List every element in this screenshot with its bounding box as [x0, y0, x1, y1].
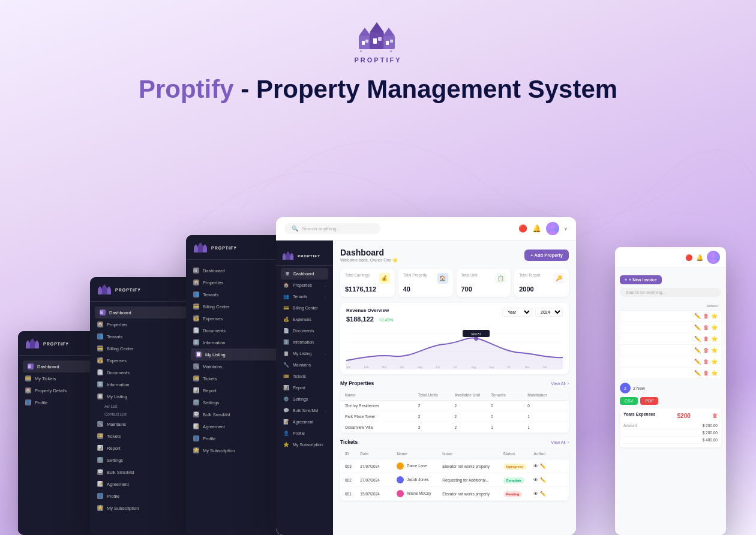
rp-notif-red-icon[interactable]: 🔴 — [685, 254, 692, 261]
sidebar-item-agreement-left[interactable]: 📝 Agreement — [90, 478, 201, 490]
csv-export-button[interactable]: CSV — [620, 397, 638, 405]
sidebar-item-tickets-cl[interactable]: 🎫 Tickets — [186, 372, 291, 384]
dash-nav-bulksms[interactable]: 💬Bulk Sms/Msl › — [276, 405, 333, 416]
sidebar-item-tickets-left[interactable]: 🎫 Tickets — [90, 430, 201, 442]
search-bar[interactable]: 🔍 Search anything... — [284, 223, 380, 234]
sidebar-item-properties-left[interactable]: 🏠 Properties › — [90, 318, 201, 330]
view-icon-0[interactable]: 👁 — [533, 464, 538, 469]
user-avatar[interactable] — [546, 222, 559, 235]
sidebar-item-mylisting-left[interactable]: 📋 My Listing ∨ — [90, 390, 201, 402]
star-icon-rp-1[interactable]: ⭐ — [711, 313, 718, 319]
edit-icon-rp-5[interactable]: ✏️ — [694, 359, 701, 365]
user-menu-chevron[interactable]: ∨ — [564, 226, 568, 232]
bell-icon[interactable]: 🔔 — [532, 224, 541, 233]
star-icon-rp-3[interactable]: ⭐ — [711, 336, 718, 342]
sidebar-item-report-cl[interactable]: 📊 Report — [186, 384, 291, 396]
sub-item-contactlist[interactable]: Contact List — [90, 410, 201, 418]
tickets-view-all-link[interactable]: View All › — [551, 440, 569, 444]
notification-bell-icon[interactable]: 🔴 — [518, 224, 527, 233]
dash-nav-properties[interactable]: 🏠Properties › — [276, 279, 333, 291]
dash-nav-mylisting[interactable]: 📋My Listing › — [276, 348, 333, 359]
delete-icon-rp-6[interactable]: 🗑 — [703, 370, 709, 376]
svg-rect-14 — [26, 343, 30, 348]
chart-year-select[interactable]: 2024 2023 — [535, 308, 563, 317]
sidebar-item-dashboard-left[interactable]: ⊞ Dashboard — [95, 306, 196, 318]
star-icon-rp-5[interactable]: ⭐ — [711, 359, 718, 365]
sidebar-item-bulksms-cl[interactable]: 💬 Bulk Sms/Msl › — [186, 408, 291, 420]
dash-nav-expenses[interactable]: 💰Expenses — [276, 314, 333, 325]
dash-nav-documents[interactable]: 📄Documents — [276, 325, 333, 336]
sidebar-item-subscription-left[interactable]: ⭐ My Subscription — [90, 502, 201, 514]
edit-icon-rp-3[interactable]: ✏️ — [694, 336, 701, 342]
edit-icon-0[interactable]: ✏️ — [540, 464, 546, 469]
sidebar-item-expenses-cl[interactable]: 💰 Expenses — [186, 312, 291, 324]
sidebar-item-documents-cl[interactable]: 📄 Documents — [186, 324, 291, 336]
sidebar-item-information-cl[interactable]: ℹ️ Information — [186, 336, 291, 348]
rp-search-bar[interactable]: Search for anything... — [620, 288, 721, 297]
star-icon-rp-2[interactable]: ⭐ — [711, 324, 718, 330]
dash-nav-tickets[interactable]: 🎫Tickets — [276, 371, 333, 382]
dash-nav-dashboard[interactable]: ⊞Dashboard — [281, 268, 328, 279]
sidebar-item-profile-cl[interactable]: 👤 Profile — [186, 432, 291, 444]
t-action-0[interactable]: 👁 ✏️ — [533, 464, 564, 469]
svg-marker-29 — [198, 242, 203, 245]
delete-icon-rp-3[interactable]: 🗑 — [703, 336, 709, 342]
dash-nav-agreement[interactable]: 📝Agreement — [276, 416, 333, 428]
sidebar-item-properties-cl[interactable]: 🏠 Properties › — [186, 276, 291, 288]
sidebar-item-tenants-left[interactable]: 👥 Tenants › — [90, 330, 201, 342]
sidebar-item-billing-cl[interactable]: 💳 Billing Center › — [186, 300, 291, 312]
edit-icon-rp-1[interactable]: ✏️ — [694, 313, 701, 319]
sidebar-item-profile-left[interactable]: 👤 Profile › — [90, 490, 201, 502]
sidebar-item-tenants-cl[interactable]: 👥 Tenants › — [186, 288, 291, 300]
sidebar-item-information-left[interactable]: ℹ️ Information — [90, 378, 201, 390]
sidebar-item-mylisting-cl[interactable]: 📋 My Listing › — [191, 348, 286, 360]
stat-value-property: 40 — [403, 285, 448, 293]
sidebar-item-maintains-left[interactable]: 🔧 Maintains — [90, 418, 201, 430]
add-invoice-button[interactable]: + + New Invoice — [620, 275, 662, 284]
sidebar-item-bulksms-left[interactable]: 💬 Bulk Sms/Msl › — [90, 466, 201, 478]
pdf-export-button[interactable]: PDF — [640, 397, 658, 405]
sidebar-item-maintains-cl[interactable]: 🔧 Maintains — [186, 360, 291, 372]
dash-nav-tenants[interactable]: 👥Tenants › — [276, 291, 333, 302]
dash-nav-settings[interactable]: ⚙️Settings — [276, 393, 333, 405]
edit-icon-rp-4[interactable]: ✏️ — [694, 347, 701, 353]
sidebar-item-report-left[interactable]: 📊 Report — [90, 442, 201, 454]
edit-icon-rp-2[interactable]: ✏️ — [694, 324, 701, 330]
edit-icon-2[interactable]: ✏️ — [540, 491, 546, 497]
dash-nav-profile[interactable]: 👤Profile — [276, 428, 333, 439]
dash-nav-report[interactable]: 📊Report — [276, 382, 333, 393]
star-icon-rp-4[interactable]: ⭐ — [711, 347, 718, 353]
delete-icon-rp-5[interactable]: 🗑 — [703, 359, 709, 365]
rp-user-avatar[interactable] — [707, 251, 720, 264]
edit-icon-rp-6[interactable]: ✏️ — [694, 370, 701, 376]
delete-icon-rp-4[interactable]: 🗑 — [703, 347, 709, 353]
sidebar-item-agreement-cl[interactable]: 📝 Agreement — [186, 420, 291, 432]
dash-nav-subscription[interactable]: ⭐My Subscription — [276, 439, 333, 450]
sidebar-item-dashboard-cl[interactable]: ⊞ Dashboard — [186, 265, 291, 276]
sidebar-item-settings-cl[interactable]: ⚙️ Settings — [186, 396, 291, 408]
sidebar-item-subscription-cl[interactable]: ⭐ My Subscription — [186, 444, 291, 456]
dash-nav-maintains[interactable]: 🔧Maintains — [276, 359, 333, 371]
view-icon-2[interactable]: 👁 — [533, 491, 538, 497]
delete-icon-rp-2[interactable]: 🗑 — [703, 324, 709, 330]
sidebar-item-documents-left[interactable]: 📄 Documents — [90, 366, 201, 378]
sidebar-item-settings-left[interactable]: ⚙️ Settings — [90, 454, 201, 466]
dash-nav-information[interactable]: ℹ️Information — [276, 336, 333, 348]
rp-bell-icon[interactable]: 🔔 — [696, 254, 703, 261]
delete-expense-icon[interactable]: 🗑 — [712, 413, 718, 419]
edit-icon-1[interactable]: ✏️ — [540, 477, 546, 483]
t-action-2[interactable]: 👁 ✏️ — [533, 491, 564, 497]
t-action-1[interactable]: 👁 ✏️ — [533, 477, 564, 483]
sidebar-item-dashboard-far-left[interactable]: ⊞ Dashboard — [23, 360, 100, 372]
properties-view-all-link[interactable]: View All › — [551, 381, 569, 386]
star-icon-rp-6[interactable]: ⭐ — [711, 370, 718, 376]
delete-icon-rp-1[interactable]: 🗑 — [703, 313, 709, 319]
dash-nav-billing[interactable]: 💳Billing Center — [276, 302, 333, 314]
chart-period-select[interactable]: Year Month — [502, 308, 532, 317]
sidebar-item-billing-left[interactable]: 💳 Billing Center › — [90, 342, 201, 354]
view-icon-1[interactable]: 👁 — [533, 477, 538, 483]
add-property-button[interactable]: + Add Property — [524, 250, 569, 261]
sub-item-adlist[interactable]: Ad List — [90, 402, 201, 410]
sidebar-item-expenses-left[interactable]: 💰 Expenses — [90, 354, 201, 366]
status-badge-1: Complete — [503, 477, 524, 483]
